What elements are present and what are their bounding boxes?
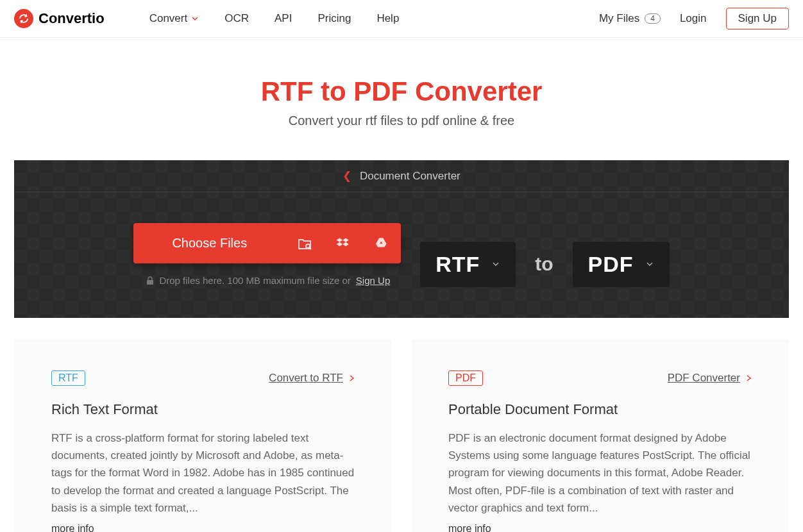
nav-ocr[interactable]: OCR [224, 12, 249, 25]
chevron-down-icon [491, 260, 500, 269]
nav-help[interactable]: Help [376, 12, 399, 25]
from-format-select[interactable]: RTF [420, 242, 516, 287]
from-format-label: RTF [435, 252, 480, 277]
to-label: to [535, 253, 553, 275]
signup-inline-link[interactable]: Sign Up [356, 275, 390, 286]
choose-files-label: Choose Files [133, 223, 285, 263]
card-rtf: RTF Convert to RTF Rich Text Format RTF … [14, 340, 392, 532]
convert-to-rtf-label: Convert to RTF [269, 372, 343, 385]
folder-search-icon[interactable] [285, 224, 324, 263]
card-desc: PDF is an electronic document format des… [448, 429, 752, 517]
format-tag-pdf: PDF [448, 370, 483, 386]
chevron-right-icon [348, 374, 355, 383]
nav-api[interactable]: API [275, 12, 292, 25]
svg-rect-1 [147, 280, 153, 285]
to-format-select[interactable]: PDF [573, 242, 670, 287]
pdf-converter-link[interactable]: PDF Converter [668, 372, 752, 385]
info-cards: RTF Convert to RTF Rich Text Format RTF … [0, 318, 803, 532]
nav-convert-label: Convert [149, 12, 188, 25]
card-header: RTF Convert to RTF [51, 370, 355, 386]
breadcrumb-link[interactable]: ❮ Document Converter [342, 170, 461, 182]
controls-row: Choose Files Drop files here. 100 MB max… [14, 192, 789, 318]
my-files-link[interactable]: My Files 4 [599, 12, 661, 25]
page-subtitle: Convert your rtf files to pdf online & f… [13, 113, 790, 128]
to-format-label: PDF [588, 252, 634, 277]
page-title: RTF to PDF Converter [13, 76, 790, 107]
signup-button[interactable]: Sign Up [726, 8, 789, 29]
svg-point-0 [306, 244, 310, 248]
breadcrumb: ❮ Document Converter [14, 160, 789, 192]
main-nav: Convert OCR API Pricing Help [149, 12, 400, 25]
convert-to-rtf-link[interactable]: Convert to RTF [269, 372, 355, 385]
choose-files-button[interactable]: Choose Files [133, 223, 401, 263]
lock-icon [146, 276, 154, 285]
card-desc: RTF is a cross-platform format for stori… [51, 429, 355, 517]
more-info-link[interactable]: more info [448, 523, 491, 532]
hero: RTF to PDF Converter Convert your rtf fi… [0, 38, 803, 147]
files-count-badge: 4 [645, 13, 661, 24]
card-pdf: PDF PDF Converter Portable Document Form… [411, 340, 789, 532]
login-link[interactable]: Login [680, 12, 707, 25]
chevron-down-icon [191, 15, 199, 22]
header: Convertio Convert OCR API Pricing Help M… [0, 0, 803, 38]
google-drive-icon[interactable] [362, 224, 401, 263]
breadcrumb-label: Document Converter [360, 170, 461, 182]
chevron-right-icon [745, 374, 752, 383]
chevron-down-icon [645, 260, 654, 269]
logo-icon [14, 9, 33, 28]
card-title: Rich Text Format [51, 401, 355, 418]
converter-panel: ❮ Document Converter Choose Files [14, 160, 789, 318]
drop-hint: Drop files here. 100 MB maximum file siz… [146, 275, 390, 286]
brand-text: Convertio [38, 10, 105, 27]
nav-pricing[interactable]: Pricing [317, 12, 351, 25]
my-files-label: My Files [599, 12, 639, 25]
chevron-left-icon: ❮ [342, 170, 351, 182]
more-info-link[interactable]: more info [51, 523, 94, 532]
dropbox-icon[interactable] [324, 224, 362, 263]
nav-convert[interactable]: Convert [149, 12, 199, 25]
right-nav: My Files 4 Login Sign Up [599, 8, 789, 29]
pdf-converter-label: PDF Converter [668, 372, 740, 385]
format-tag-rtf: RTF [51, 370, 85, 386]
card-header: PDF PDF Converter [448, 370, 752, 386]
choose-block: Choose Files Drop files here. 100 MB max… [133, 223, 401, 305]
logo[interactable]: Convertio [14, 9, 105, 28]
hint-text: Drop files here. 100 MB maximum file siz… [159, 275, 350, 286]
card-title: Portable Document Format [448, 401, 752, 418]
